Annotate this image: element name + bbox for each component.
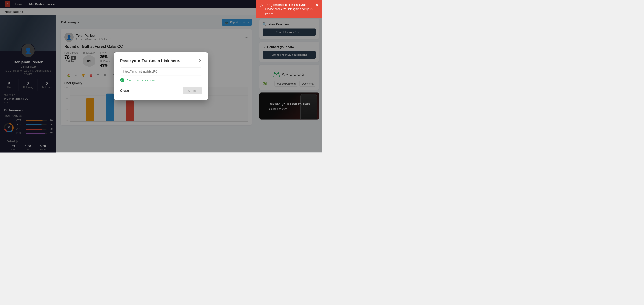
modal-title: Paste your Trackman Link here. [120,58,180,63]
error-toast: ⚠ The given trackman link is invalid. Pl… [256,0,322,18]
trackman-modal: Paste your Trackman Link here. ✕ ✓ Repor… [114,52,208,100]
success-message: Report sent for processing [126,79,156,82]
error-message: The given trackman link is invalid. Plea… [265,3,314,16]
modal-overlay[interactable]: Paste your Trackman Link here. ✕ ✓ Repor… [0,0,322,152]
toast-close-button[interactable]: ✕ [316,3,318,8]
modal-submit-button[interactable]: Submit [183,87,202,94]
success-message-row: ✓ Report sent for processing [120,78,202,82]
modal-close-text-button[interactable]: Close [120,89,129,92]
success-check-icon: ✓ [120,78,124,82]
modal-header: Paste your Trackman Link here. ✕ [120,58,202,63]
trackman-link-input[interactable] [120,68,202,76]
modal-footer: Close Submit [120,87,202,94]
warning-icon: ⚠ [260,3,264,8]
modal-close-button[interactable]: ✕ [198,58,202,63]
